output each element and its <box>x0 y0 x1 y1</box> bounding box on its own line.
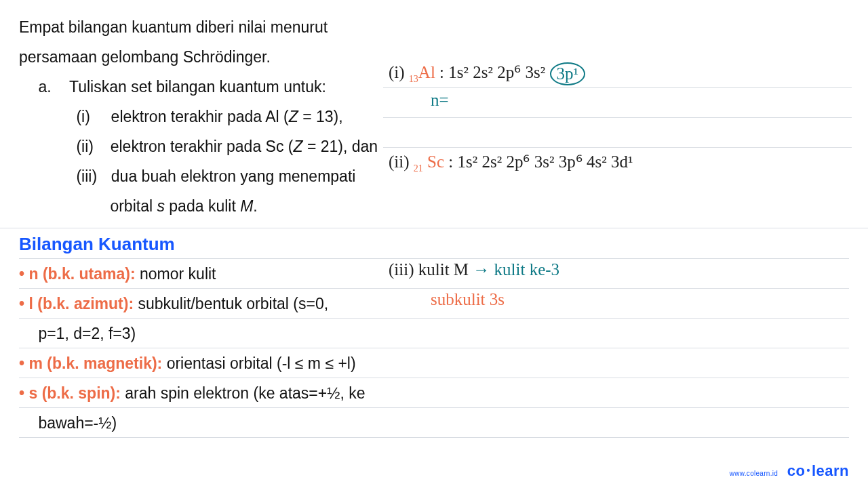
hw-i-circled: 3p¹ <box>550 62 586 85</box>
brand-logo: co•learn <box>787 462 849 479</box>
hw-ii-colon: : <box>448 152 457 171</box>
iii-text-1: dua buah elektron yang menempati <box>111 167 356 185</box>
hw-ii-atom: 21 Sc <box>414 152 449 171</box>
l-text: subkulit/bentuk orbital (s=0, <box>138 295 328 312</box>
a-label: a. <box>38 78 51 96</box>
hw-iii-label: (iii) <box>389 260 414 279</box>
s-text: arah spin elektron (ke atas=+½, ke <box>125 384 365 402</box>
a-text: Tuliskan set bilangan kuantum untuk: <box>69 78 326 96</box>
hw-i-config: 1s² 2s² 2p⁶ 3s² <box>448 63 545 81</box>
footer-url: www.colearn.id <box>730 470 778 477</box>
hw-i-n: n= <box>431 91 852 110</box>
hw-iii-teal: kulit ke-3 <box>494 260 560 279</box>
hw-ii-config: 1s² 2s² 2p⁶ 3s² 3p⁶ 4s² 3d¹ <box>458 152 633 171</box>
hw-i-label: (i) <box>389 63 405 81</box>
m-text: orientasi orbital (-l ≤ m ≤ +l) <box>167 354 356 372</box>
n-text: nomor kulit <box>140 265 216 283</box>
s-label: s (b.k. spin): <box>19 384 121 402</box>
hw-iii-arrow: → <box>473 260 490 279</box>
hw-iii: (iii) kulit M → kulit ke-3 <box>389 260 852 279</box>
footer: www.colearn.id co•learn <box>730 462 849 480</box>
ii-text: elektron terakhir pada Sc (Z = 21), dan <box>111 138 378 155</box>
m-label: m (b.k. magnetik): <box>19 354 162 372</box>
hw-i: (i) 13Al : 1s² 2s² 2p⁶ 3s² 3p¹ <box>389 61 852 84</box>
ii-label: (ii) <box>76 138 94 155</box>
n-label: n (b.k. utama): <box>19 265 136 283</box>
i-text: elektron terakhir pada Al (Z = 13), <box>111 108 343 125</box>
l-text-cont: p=1, d=2, f=3) <box>38 325 136 342</box>
page: Empat bilangan kuantum diberi nilai menu… <box>0 0 868 488</box>
s-text-cont: bawah=-½) <box>38 414 117 432</box>
iii-text-2: orbital s pada kulit M. <box>110 197 257 215</box>
hw-ii: (ii) 21 Sc : 1s² 2s² 2p⁶ 3s² 3p⁶ 4s² 3d¹ <box>389 152 852 171</box>
l-label: l (b.k. azimut): <box>19 295 134 312</box>
hw-iii-sub: subkulit 3s <box>431 290 852 309</box>
hw-iii-black: kulit M <box>418 260 473 279</box>
iii-label: (iii) <box>76 167 97 185</box>
i-label: (i) <box>76 108 90 125</box>
hw-i-atom: 13Al <box>409 63 439 81</box>
hw-i-colon: : <box>439 63 448 81</box>
hw-ii-label: (ii) <box>389 152 410 171</box>
handwriting-area: (i) 13Al : 1s² 2s² 2p⁶ 3s² 3p¹ n= (ii) 2… <box>383 0 852 488</box>
